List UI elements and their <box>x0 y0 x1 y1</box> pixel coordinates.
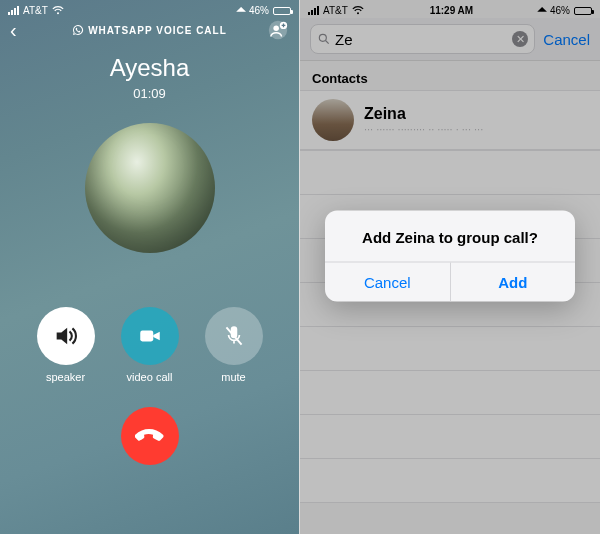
battery-icon <box>273 7 291 15</box>
back-icon[interactable]: ‹ <box>10 19 17 42</box>
mute-label: mute <box>221 371 245 383</box>
status-bar: AT&T ◤ 46% <box>0 0 299 18</box>
speaker-label: speaker <box>46 371 85 383</box>
svg-rect-3 <box>140 331 153 342</box>
call-controls: speaker video call mute <box>0 307 299 383</box>
hangup-button[interactable] <box>121 407 179 465</box>
call-timer: 01:09 <box>0 86 299 101</box>
add-participant-screen: AT&T 11:29 AM ◤ 46% Ze ✕ Cancel Contacts… <box>300 0 600 534</box>
add-participant-button[interactable] <box>267 19 289 41</box>
mute-button[interactable] <box>205 307 263 365</box>
call-type-label: WHATSAPP VOICE CALL <box>88 25 227 36</box>
svg-point-1 <box>273 25 279 31</box>
voice-call-screen: AT&T ◤ 46% ‹ WHATSAPP VOICE CALL Ayesha … <box>0 0 300 534</box>
battery-pct: 46% <box>249 5 269 16</box>
location-icon: ◤ <box>235 4 247 16</box>
video-label: video call <box>127 371 173 383</box>
confirm-dialog: Add Zeina to group call? Cancel Add <box>325 211 575 302</box>
dialog-cancel-button[interactable]: Cancel <box>325 263 450 302</box>
speaker-button[interactable] <box>37 307 95 365</box>
video-call-button[interactable] <box>121 307 179 365</box>
caller-avatar <box>85 123 215 253</box>
dialog-add-button[interactable]: Add <box>450 263 576 302</box>
carrier-label: AT&T <box>23 5 48 16</box>
call-header: ‹ WHATSAPP VOICE CALL <box>0 18 299 38</box>
whatsapp-icon <box>72 24 84 36</box>
wifi-icon <box>52 6 64 15</box>
caller-name: Ayesha <box>0 54 299 82</box>
signal-icon <box>8 6 19 15</box>
dialog-message: Add Zeina to group call? <box>325 211 575 262</box>
